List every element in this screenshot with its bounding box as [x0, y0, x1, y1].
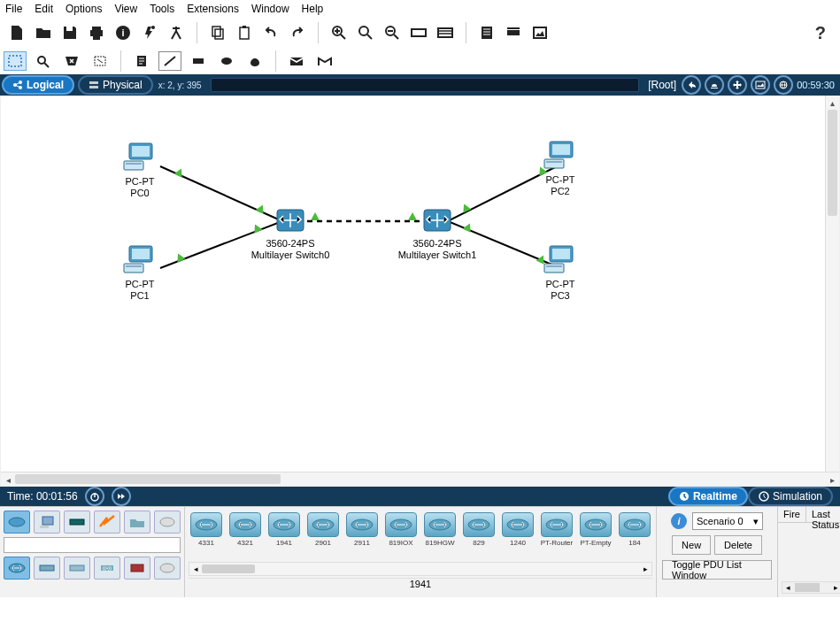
device-option-2911[interactable]: 2911 — [344, 512, 380, 555]
category-end-devices[interactable] — [34, 511, 60, 534]
scenario-select[interactable]: Scenario 0 ▾ — [692, 512, 763, 530]
svg-rect-66 — [131, 564, 143, 572]
subcategory-wireless[interactable]: ((•)) — [94, 557, 120, 580]
device-pc2[interactable]: PC-PT PC2 — [543, 140, 578, 197]
simple-pdu-icon[interactable] — [285, 51, 308, 71]
freeform-tool-icon[interactable] — [243, 51, 266, 71]
print-icon[interactable] — [87, 23, 106, 42]
category-network-devices[interactable] — [4, 511, 30, 534]
toggle-pdu-list-button[interactable]: Toggle PDU List Window — [662, 560, 772, 580]
device-option-PT-Empty[interactable]: PT-Empty — [578, 512, 613, 555]
topology-canvas[interactable]: PC-PT PC0 PC-PT PC1 PC-PT PC2 PC-PT PC3 … — [1, 96, 825, 472]
menu-window[interactable]: Window — [251, 3, 289, 15]
ellipse-tool-icon[interactable] — [215, 51, 238, 71]
scenario-info-icon[interactable]: i — [671, 513, 687, 529]
menu-view[interactable]: View — [114, 3, 137, 15]
list-icon[interactable] — [477, 23, 497, 42]
zoom-out-icon[interactable] — [382, 23, 402, 42]
category-multiuser[interactable] — [154, 511, 181, 534]
paste-icon[interactable] — [235, 23, 254, 42]
device-pc0[interactable]: PC-PT PC0 — [122, 142, 158, 199]
category-components[interactable] — [64, 511, 90, 534]
device-option-1941[interactable]: 1941 — [266, 512, 302, 555]
new-file-icon[interactable] — [7, 23, 27, 42]
save-icon[interactable] — [60, 23, 80, 42]
device-option-2901[interactable]: 2901 — [305, 512, 341, 555]
subcategory-routers[interactable] — [4, 557, 30, 580]
delete-scenario-button[interactable]: Delete — [714, 535, 762, 555]
activity-wizard-icon[interactable] — [140, 23, 159, 42]
device-strip-scroll[interactable]: ◂▸ — [189, 562, 652, 576]
cluster-icon[interactable] — [705, 75, 724, 95]
zoom-in-icon[interactable] — [329, 23, 349, 42]
device-option-4331[interactable]: 4331 — [189, 512, 224, 555]
rectangle-tool-icon[interactable] — [187, 51, 210, 71]
redo-icon[interactable] — [288, 23, 307, 42]
viewport-icon[interactable] — [774, 75, 793, 95]
device-option-829[interactable]: 829 — [461, 512, 497, 555]
workspace[interactable]: PC-PT PC0 PC-PT PC1 PC-PT PC2 PC-PT PC3 … — [0, 96, 840, 487]
copy-icon[interactable] — [208, 23, 227, 42]
device-option-819HGW[interactable]: 819HGW — [422, 512, 458, 555]
device-pc1-type: PC-PT — [122, 279, 158, 290]
last-status-column-header[interactable]: Last Status — [806, 507, 840, 522]
menu-help[interactable]: Help — [302, 3, 324, 15]
logical-tab[interactable]: Logical — [2, 75, 74, 95]
inspect-icon[interactable] — [32, 51, 55, 71]
fire-panel-scroll[interactable]: ◂▸ — [782, 581, 840, 594]
navigation-path[interactable] — [211, 78, 640, 92]
svg-rect-40 — [132, 249, 150, 259]
realtime-tab[interactable]: Realtime — [668, 487, 748, 506]
resize-icon[interactable] — [89, 51, 112, 71]
root-label[interactable]: [Root] — [648, 79, 676, 91]
move-icon[interactable] — [728, 75, 747, 95]
device-option-819IOX[interactable]: 819IOX — [383, 512, 419, 555]
line-tool-icon[interactable] — [158, 51, 181, 71]
fast-forward-icon[interactable] — [112, 487, 131, 506]
note-icon[interactable] — [130, 51, 153, 71]
help-icon[interactable]: ? — [815, 23, 833, 43]
menu-file[interactable]: File — [5, 3, 22, 15]
physical-tab[interactable]: Physical — [78, 75, 153, 95]
device-pc3[interactable]: PC-PT PC3 — [543, 244, 578, 302]
undo-icon[interactable] — [261, 23, 281, 42]
workspace-vscroll[interactable]: ▴ ▾ — [825, 96, 839, 486]
select-tool-icon[interactable] — [4, 51, 27, 71]
open-folder-icon[interactable] — [34, 23, 53, 42]
menu-options[interactable]: Options — [66, 3, 102, 15]
subcategory-wan[interactable] — [154, 557, 181, 580]
zoom-reset-icon[interactable] — [356, 23, 375, 42]
device-option-PT-Router[interactable]: PT-Router — [539, 512, 574, 555]
menu-edit[interactable]: Edit — [35, 3, 53, 15]
device-pc3-name: PC3 — [543, 290, 578, 302]
device-option-184[interactable]: 184 — [617, 512, 652, 555]
tripod-icon[interactable] — [166, 23, 186, 42]
device-config-icon[interactable] — [504, 23, 523, 42]
power-cycle-icon[interactable] — [85, 487, 104, 506]
back-icon[interactable] — [682, 75, 701, 95]
category-connections[interactable] — [94, 511, 120, 534]
new-scenario-button[interactable]: New — [672, 535, 711, 555]
device-option-1240[interactable]: 1240 — [500, 512, 536, 555]
device-pc1[interactable]: PC-PT PC1 — [122, 244, 158, 302]
delete-icon[interactable] — [60, 51, 83, 71]
workspace-hscroll[interactable]: ◂ ▸ — [1, 472, 839, 486]
subcategory-switches[interactable] — [34, 557, 60, 580]
background-icon[interactable] — [751, 75, 770, 95]
simulation-tab[interactable]: Simulation — [748, 487, 833, 506]
device-option-4321[interactable]: 4321 — [227, 512, 263, 555]
subcategory-security[interactable] — [124, 557, 150, 580]
device-switch1[interactable]: 3560-24PS Multilayer Switch1 — [397, 207, 477, 261]
info-icon[interactable]: i — [113, 23, 133, 42]
image-icon[interactable] — [530, 23, 550, 42]
complex-pdu-icon[interactable] — [313, 51, 336, 71]
fire-column-header[interactable]: Fire — [778, 507, 806, 522]
rectangle-bars-icon[interactable] — [435, 23, 455, 42]
category-misc[interactable] — [124, 511, 150, 534]
menu-tools[interactable]: Tools — [150, 3, 174, 15]
rectangle-empty-icon[interactable] — [409, 23, 428, 42]
device-switch0[interactable]: 3560-24PS Multilayer Switch0 — [250, 207, 330, 261]
chevron-down-icon: ▾ — [753, 516, 759, 527]
menu-extensions[interactable]: Extensions — [187, 3, 239, 15]
subcategory-hubs[interactable] — [64, 557, 90, 580]
